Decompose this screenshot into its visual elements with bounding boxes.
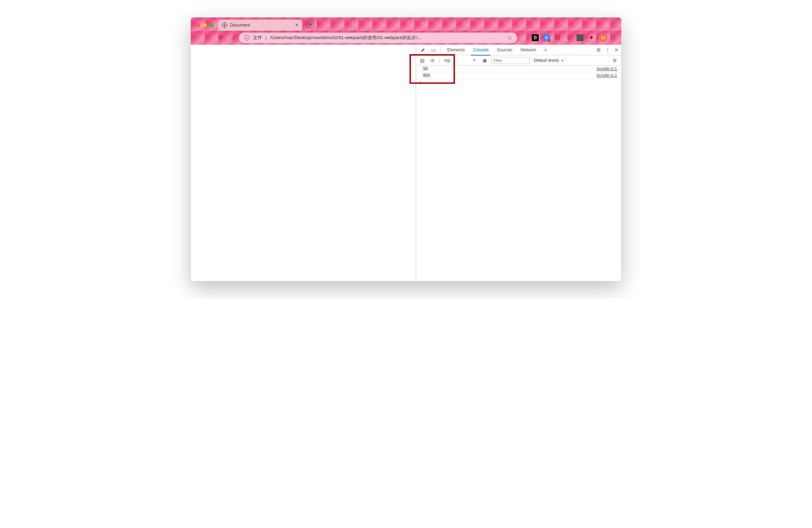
url-path: /Users/mac/Desktop/vue/demo02/01-webpack… [270, 35, 504, 41]
reload-button[interactable]: ⟳ [217, 34, 224, 42]
chevron-down-icon: ▼ [561, 59, 564, 63]
tab-title: Document [230, 23, 250, 28]
console-toolbar: ▤ ⊘ top ▼ ◉ Default levels ▼ ⚙ [416, 55, 621, 66]
divider [439, 58, 440, 63]
tab-console[interactable]: Console [470, 45, 492, 55]
bookmark-star-icon[interactable]: ☆ [507, 35, 512, 41]
back-button[interactable]: ← [194, 34, 201, 42]
dark-extension-icon[interactable]: D [532, 34, 539, 41]
extensions-puzzle-icon[interactable]: ✦ [588, 34, 595, 41]
tab-elements[interactable]: Elements [444, 45, 468, 55]
devtools-panel: ⬈ ▭ Elements Console Sources Network » ⚙… [416, 45, 621, 281]
content-area: ⬈ ▭ Elements Console Sources Network » ⚙… [191, 45, 621, 281]
console-log-area: 50 bundle.js:1 600 bundle.js:1 > [416, 66, 621, 85]
browser-menu-button[interactable]: ⋮ [611, 34, 618, 42]
divider [441, 47, 441, 53]
log-source-link[interactable]: bundle.js:1 [597, 66, 617, 71]
close-tab-button[interactable]: × [295, 22, 298, 28]
devtools-settings-icon[interactable]: ⚙ [596, 47, 601, 53]
console-log-row: 50 bundle.js:1 [416, 66, 621, 72]
rendered-page [191, 45, 416, 281]
browser-toolbar: ← → ⟳ ⌂ i 文件 | /Users/mac/Desktop/vue/de… [191, 31, 621, 45]
window-controls [194, 23, 218, 31]
device-toolbar-icon[interactable]: ▭ [429, 47, 438, 53]
maximize-window-button[interactable] [210, 23, 214, 27]
console-settings-icon[interactable]: ⚙ [612, 58, 619, 63]
new-tab-button[interactable]: + [305, 20, 315, 29]
devtools-close-icon[interactable]: ✕ [614, 47, 618, 53]
forward-button[interactable]: → [205, 34, 212, 42]
address-bar[interactable]: i 文件 | /Users/mac/Desktop/vue/demo02/01-… [239, 32, 517, 43]
log-levels-selector[interactable]: Default levels ▼ [534, 58, 564, 63]
globe-icon [222, 22, 227, 28]
extensions-area: D G ᗰ ↻ ✦ 钊 ⋮ [521, 34, 618, 42]
home-button[interactable]: ⌂ [228, 34, 235, 42]
url-scheme-label: 文件 [253, 35, 262, 41]
console-sidebar-toggle-icon[interactable]: ▤ [418, 58, 426, 63]
console-log-row: 600 bundle.js:1 [416, 72, 621, 79]
m-extension-icon[interactable]: ᗰ [554, 34, 561, 41]
devtools-kebab-icon[interactable]: ⋮ [605, 47, 610, 53]
google-translate-icon[interactable]: G [543, 34, 550, 41]
execution-context-selector[interactable]: top ▼ [442, 58, 478, 63]
chevron-down-icon: ▼ [473, 58, 476, 62]
clear-console-icon[interactable]: ⊘ [429, 58, 436, 63]
tab-strip: Document × + [191, 17, 621, 31]
tab-more[interactable]: » [541, 45, 550, 55]
devtools-tab-bar: ⬈ ▭ Elements Console Sources Network » ⚙… [416, 45, 621, 55]
tab-sources[interactable]: Sources [493, 45, 516, 55]
qr-extension-icon[interactable] [521, 35, 528, 41]
console-prompt[interactable]: > [416, 79, 621, 85]
log-source-link[interactable]: bundle.js:1 [597, 73, 617, 78]
close-window-button[interactable] [196, 23, 200, 27]
refresh-extension-icon[interactable]: ↻ [565, 34, 572, 41]
tab-network[interactable]: Network [517, 45, 539, 55]
browser-window: Document × + ← → ⟳ ⌂ i 文件 | /Users/mac/D… [191, 17, 621, 281]
log-value: 600 [423, 73, 430, 78]
live-expression-icon[interactable]: ◉ [483, 57, 487, 64]
profile-avatar[interactable]: 钊 [599, 34, 607, 42]
square-extension-icon[interactable] [577, 34, 583, 41]
log-value: 50 [423, 66, 428, 71]
url-separator: | [266, 35, 267, 41]
browser-tab[interactable]: Document × [218, 20, 302, 31]
site-info-icon[interactable]: i [244, 35, 249, 41]
minimize-window-button[interactable] [203, 23, 207, 27]
console-filter-input[interactable] [491, 57, 530, 64]
inspect-element-icon[interactable]: ⬈ [418, 47, 427, 53]
